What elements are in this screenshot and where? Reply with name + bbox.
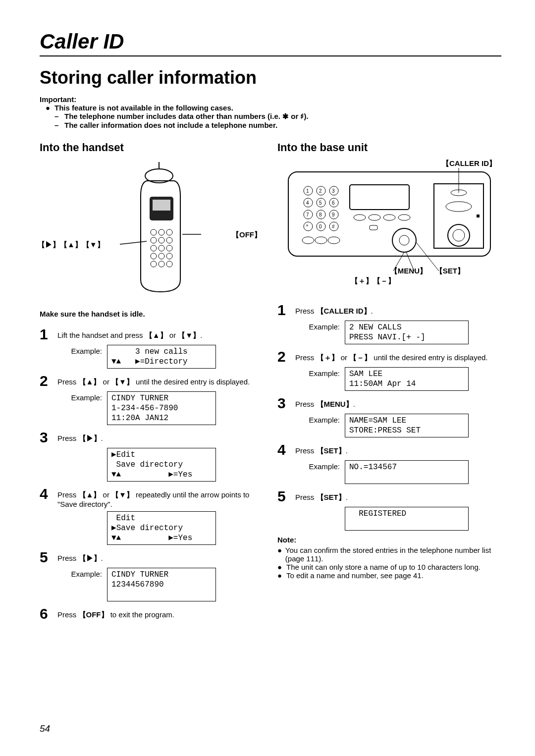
bullet-icon: ●	[46, 104, 54, 112]
base-step-4: 4 Press 【SET】.	[277, 442, 501, 457]
step-number: 2	[40, 374, 57, 388]
lcd-display: SAM LEE 11:50AM Apr 14	[345, 367, 469, 391]
running-head: Caller ID	[40, 30, 501, 54]
svg-rect-3	[153, 200, 170, 211]
svg-point-9	[166, 245, 172, 251]
svg-rect-49	[350, 185, 409, 210]
svg-text:5: 5	[319, 200, 322, 206]
svg-line-19	[120, 241, 147, 244]
handset-step-6: 6 Press 【OFF】 to exit the program.	[40, 606, 264, 621]
svg-rect-54	[370, 225, 377, 230]
svg-point-34	[302, 237, 314, 244]
handset-step-3: 3 Press 【▶】.	[40, 430, 264, 445]
svg-text:4: 4	[306, 200, 309, 206]
set-key: 【SET】	[317, 446, 346, 455]
lcd-display: NO.=134567	[345, 460, 469, 484]
menu-key: 【MENU】	[317, 400, 353, 408]
lcd-display: 3 new calls ▼▲ ▶=Directory	[107, 345, 216, 369]
set-key: 【SET】	[317, 493, 346, 501]
nav-keys-label: 【▶】【▲】【▼】	[38, 240, 105, 250]
svg-text:0: 0	[319, 224, 322, 229]
svg-point-11	[159, 253, 164, 259]
svg-point-17	[159, 229, 164, 235]
down-key: 【▼】	[178, 331, 200, 339]
handset-step-4: 4 Press 【▲】 or 【▼】 repeatedly until the …	[40, 486, 264, 508]
step-number: 4	[277, 442, 295, 457]
svg-text:1: 1	[306, 188, 309, 194]
svg-point-64	[453, 229, 465, 241]
svg-point-36	[328, 237, 340, 244]
lcd-display: Edit ▶Save directory ▼▲ ▶=Yes	[107, 511, 216, 545]
svg-point-53	[398, 215, 410, 220]
example-label: Example:	[40, 345, 107, 355]
svg-point-6	[166, 237, 172, 243]
example-label: Example:	[277, 321, 345, 331]
svg-text:7: 7	[306, 212, 309, 217]
off-key-label: 【OFF】	[232, 230, 262, 240]
plus-key: 【＋】	[317, 353, 339, 362]
lcd-display: ▶Edit Save directory ▼▲ ▶=Yes	[107, 448, 216, 482]
base-figure: 【CALLER ID】 【SET】 【MENU】 【＋】【－】 123 456 …	[277, 161, 501, 275]
example-label: Example:	[277, 460, 345, 471]
minus-key: 【－】	[349, 353, 372, 362]
step-number: 2	[277, 349, 295, 364]
bullet-icon: ●	[277, 546, 285, 554]
step-number: 1	[277, 303, 295, 318]
svg-point-8	[159, 245, 164, 251]
svg-point-52	[383, 215, 395, 220]
handset-prenote: Make sure the handset is idle.	[40, 310, 264, 318]
svg-point-16	[151, 229, 157, 235]
base-step-2: 2 Press 【＋】 or 【－】 until the desired ent…	[277, 349, 501, 364]
step-text: Lift the handset and press	[57, 331, 145, 339]
caller-id-key-label: 【CALLER ID】	[442, 159, 496, 168]
svg-point-35	[315, 237, 327, 244]
plus-minus-key-label: 【＋】【－】	[351, 276, 395, 286]
svg-rect-60	[434, 184, 483, 248]
note-item: You can confirm the stored entries in th…	[285, 546, 501, 563]
lcd-display: CINDY TURNER 1-234-456-7890 11:20A JAN12	[107, 391, 216, 425]
dash-icon: –	[54, 112, 64, 121]
example-label: Example:	[277, 414, 345, 424]
svg-point-31	[304, 222, 313, 231]
up-key: 【▲】	[79, 490, 101, 499]
base-step-1: 1 Press 【CALLER ID】.	[277, 303, 501, 318]
important-block: Important: ● This feature is not availab…	[40, 95, 501, 129]
handset-step-5: 5 Press 【▶】.	[40, 550, 264, 565]
down-key: 【▼】	[111, 378, 134, 386]
up-key: 【▲】	[145, 331, 167, 339]
handset-heading: Into the handset	[40, 141, 264, 154]
note-heading: Note:	[277, 536, 501, 544]
dash-icon: –	[54, 121, 64, 129]
bullet-icon: ●	[277, 563, 286, 571]
svg-text:9: 9	[332, 212, 335, 217]
caller-id-key: 【CALLER ID】	[317, 307, 371, 315]
step-number: 4	[40, 486, 57, 501]
base-step-5: 5 Press 【SET】.	[277, 489, 501, 504]
svg-point-55	[392, 228, 416, 252]
off-key: 【OFF】	[79, 610, 108, 619]
base-step-3: 3 Press 【MENU】.	[277, 396, 501, 411]
step-number: 6	[40, 606, 57, 621]
svg-point-7	[151, 245, 157, 251]
down-key: 【▼】	[111, 490, 134, 499]
handset-icon	[97, 161, 206, 300]
svg-rect-65	[477, 215, 480, 217]
set-key-label: 【SET】	[435, 267, 465, 276]
svg-point-50	[354, 215, 366, 220]
step-number: 5	[40, 550, 57, 565]
important-bullet: This feature is not available in the fol…	[54, 104, 233, 112]
step-number: 3	[277, 396, 295, 411]
header-rule	[40, 55, 501, 56]
svg-text:3: 3	[332, 188, 335, 194]
step-number: 5	[277, 489, 295, 504]
svg-point-15	[166, 261, 172, 267]
svg-point-12	[166, 253, 172, 259]
important-dash2: The caller information does not include …	[64, 121, 277, 129]
handset-step-2: 2 Press 【▲】 or 【▼】 until the desired ent…	[40, 374, 264, 388]
example-label: Example:	[277, 367, 345, 378]
important-label: Important:	[40, 95, 76, 104]
step-number: 3	[40, 430, 57, 445]
svg-point-18	[166, 229, 172, 235]
base-unit-icon: 123 456 789 *0#	[285, 161, 493, 275]
handset-column: Into the handset 【▶】【▲】【▼】 【OFF】	[40, 141, 264, 624]
